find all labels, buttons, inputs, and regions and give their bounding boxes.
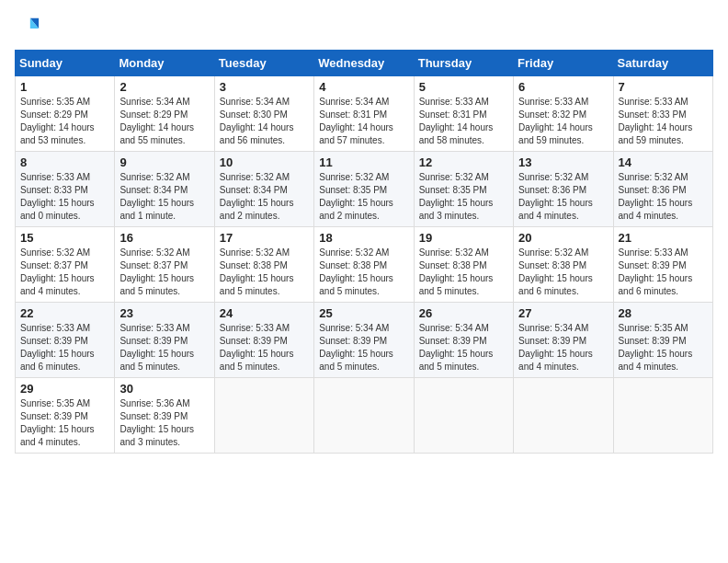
calendar-day-cell: 2Sunrise: 5:34 AMSunset: 8:29 PMDaylight… (115, 76, 214, 152)
day-info: Sunrise: 5:36 AMSunset: 8:39 PMDaylight:… (119, 398, 194, 447)
day-info: Sunrise: 5:33 AMSunset: 8:39 PMDaylight:… (220, 323, 294, 372)
day-info: Sunrise: 5:34 AMSunset: 8:39 PMDaylight:… (518, 323, 593, 372)
day-number: 5 (419, 80, 508, 94)
calendar-day-cell (314, 378, 414, 454)
calendar-day-cell (514, 378, 613, 454)
calendar-day-cell: 29Sunrise: 5:35 AMSunset: 8:39 PMDayligh… (16, 378, 115, 454)
day-info: Sunrise: 5:34 AMSunset: 8:31 PMDaylight:… (319, 97, 393, 145)
calendar-day-cell (214, 378, 313, 454)
day-info: Sunrise: 5:32 AMSunset: 8:36 PMDaylight:… (518, 172, 593, 221)
weekday-header-cell: Friday (514, 51, 613, 76)
weekday-header-cell: Saturday (613, 51, 712, 76)
calendar-week-row: 22Sunrise: 5:33 AMSunset: 8:39 PMDayligh… (16, 303, 713, 378)
calendar-day-cell: 24Sunrise: 5:33 AMSunset: 8:39 PMDayligh… (214, 303, 313, 378)
calendar-day-cell: 19Sunrise: 5:32 AMSunset: 8:38 PMDayligh… (414, 227, 513, 303)
day-info: Sunrise: 5:35 AMSunset: 8:39 PMDaylight:… (20, 398, 95, 447)
day-number: 1 (20, 80, 109, 94)
calendar-week-row: 1Sunrise: 5:35 AMSunset: 8:29 PMDaylight… (16, 76, 713, 152)
logo-icon (15, 15, 40, 40)
weekday-header-cell: Wednesday (314, 51, 414, 76)
day-info: Sunrise: 5:32 AMSunset: 8:35 PMDaylight:… (419, 172, 494, 221)
calendar-week-row: 15Sunrise: 5:32 AMSunset: 8:37 PMDayligh… (16, 227, 713, 303)
day-info: Sunrise: 5:32 AMSunset: 8:37 PMDaylight:… (119, 247, 194, 296)
day-info: Sunrise: 5:33 AMSunset: 8:39 PMDaylight:… (619, 247, 693, 296)
day-info: Sunrise: 5:34 AMSunset: 8:30 PMDaylight:… (220, 97, 294, 145)
calendar-day-cell: 8Sunrise: 5:33 AMSunset: 8:33 PMDaylight… (16, 152, 115, 227)
day-number: 27 (518, 306, 608, 320)
day-number: 7 (619, 80, 708, 94)
day-info: Sunrise: 5:32 AMSunset: 8:38 PMDaylight:… (220, 247, 294, 296)
day-number: 4 (319, 80, 408, 94)
day-number: 22 (20, 306, 109, 320)
day-info: Sunrise: 5:34 AMSunset: 8:39 PMDaylight:… (319, 323, 393, 372)
day-number: 13 (518, 155, 608, 169)
day-number: 28 (619, 306, 708, 320)
day-number: 6 (518, 80, 608, 94)
day-number: 14 (619, 155, 708, 169)
calendar-day-cell: 22Sunrise: 5:33 AMSunset: 8:39 PMDayligh… (16, 303, 115, 378)
calendar-day-cell: 18Sunrise: 5:32 AMSunset: 8:38 PMDayligh… (314, 227, 414, 303)
calendar-day-cell: 25Sunrise: 5:34 AMSunset: 8:39 PMDayligh… (314, 303, 414, 378)
day-info: Sunrise: 5:35 AMSunset: 8:39 PMDaylight:… (619, 323, 693, 372)
calendar-day-cell: 4Sunrise: 5:34 AMSunset: 8:31 PMDaylight… (314, 76, 414, 152)
calendar-day-cell: 17Sunrise: 5:32 AMSunset: 8:38 PMDayligh… (214, 227, 313, 303)
day-info: Sunrise: 5:33 AMSunset: 8:39 PMDaylight:… (119, 323, 194, 372)
calendar-body: 1Sunrise: 5:35 AMSunset: 8:29 PMDaylight… (16, 76, 713, 454)
day-info: Sunrise: 5:34 AMSunset: 8:39 PMDaylight:… (419, 323, 494, 372)
day-info: Sunrise: 5:33 AMSunset: 8:33 PMDaylight:… (619, 97, 693, 145)
calendar-day-cell: 20Sunrise: 5:32 AMSunset: 8:38 PMDayligh… (514, 227, 613, 303)
day-number: 9 (119, 155, 209, 169)
calendar-day-cell: 7Sunrise: 5:33 AMSunset: 8:33 PMDaylight… (613, 76, 712, 152)
day-info: Sunrise: 5:32 AMSunset: 8:34 PMDaylight:… (119, 172, 194, 221)
calendar-week-row: 8Sunrise: 5:33 AMSunset: 8:33 PMDaylight… (16, 152, 713, 227)
calendar-table: SundayMondayTuesdayWednesdayThursdayFrid… (15, 50, 713, 454)
day-number: 25 (319, 306, 408, 320)
day-info: Sunrise: 5:32 AMSunset: 8:35 PMDaylight:… (319, 172, 393, 221)
calendar-day-cell: 3Sunrise: 5:34 AMSunset: 8:30 PMDaylight… (214, 76, 313, 152)
weekday-header-cell: Monday (115, 51, 214, 76)
day-info: Sunrise: 5:33 AMSunset: 8:33 PMDaylight:… (20, 172, 95, 221)
day-number: 17 (220, 231, 309, 245)
day-number: 12 (419, 155, 508, 169)
calendar-day-cell: 5Sunrise: 5:33 AMSunset: 8:31 PMDaylight… (414, 76, 513, 152)
day-number: 23 (119, 306, 209, 320)
day-info: Sunrise: 5:35 AMSunset: 8:29 PMDaylight:… (20, 97, 95, 145)
calendar-day-cell: 16Sunrise: 5:32 AMSunset: 8:37 PMDayligh… (115, 227, 214, 303)
calendar-day-cell (414, 378, 513, 454)
day-number: 15 (20, 231, 109, 245)
calendar-week-row: 29Sunrise: 5:35 AMSunset: 8:39 PMDayligh… (16, 378, 713, 454)
day-info: Sunrise: 5:32 AMSunset: 8:36 PMDaylight:… (619, 172, 693, 221)
page-header (15, 15, 713, 40)
calendar-day-cell: 10Sunrise: 5:32 AMSunset: 8:34 PMDayligh… (214, 152, 313, 227)
day-number: 30 (119, 382, 209, 396)
day-number: 18 (319, 231, 408, 245)
calendar-day-cell: 28Sunrise: 5:35 AMSunset: 8:39 PMDayligh… (613, 303, 712, 378)
calendar-day-cell (613, 378, 712, 454)
weekday-header-cell: Thursday (414, 51, 513, 76)
day-info: Sunrise: 5:33 AMSunset: 8:32 PMDaylight:… (518, 97, 593, 145)
day-info: Sunrise: 5:33 AMSunset: 8:39 PMDaylight:… (20, 323, 95, 372)
weekday-header-row: SundayMondayTuesdayWednesdayThursdayFrid… (16, 51, 713, 76)
day-number: 19 (419, 231, 508, 245)
day-number: 26 (419, 306, 508, 320)
day-number: 8 (20, 155, 109, 169)
day-info: Sunrise: 5:32 AMSunset: 8:37 PMDaylight:… (20, 247, 95, 296)
day-info: Sunrise: 5:32 AMSunset: 8:34 PMDaylight:… (220, 172, 294, 221)
day-number: 3 (220, 80, 309, 94)
day-number: 16 (119, 231, 209, 245)
calendar-day-cell: 14Sunrise: 5:32 AMSunset: 8:36 PMDayligh… (613, 152, 712, 227)
calendar-day-cell: 23Sunrise: 5:33 AMSunset: 8:39 PMDayligh… (115, 303, 214, 378)
day-number: 24 (220, 306, 309, 320)
calendar-day-cell: 21Sunrise: 5:33 AMSunset: 8:39 PMDayligh… (613, 227, 712, 303)
calendar-day-cell: 1Sunrise: 5:35 AMSunset: 8:29 PMDaylight… (16, 76, 115, 152)
day-number: 21 (619, 231, 708, 245)
day-number: 11 (319, 155, 408, 169)
day-number: 29 (20, 382, 109, 396)
day-info: Sunrise: 5:33 AMSunset: 8:31 PMDaylight:… (419, 97, 494, 145)
day-info: Sunrise: 5:32 AMSunset: 8:38 PMDaylight:… (419, 247, 494, 296)
logo (15, 15, 40, 40)
day-number: 10 (220, 155, 309, 169)
day-info: Sunrise: 5:32 AMSunset: 8:38 PMDaylight:… (319, 247, 393, 296)
calendar-day-cell: 15Sunrise: 5:32 AMSunset: 8:37 PMDayligh… (16, 227, 115, 303)
calendar-day-cell: 30Sunrise: 5:36 AMSunset: 8:39 PMDayligh… (115, 378, 214, 454)
